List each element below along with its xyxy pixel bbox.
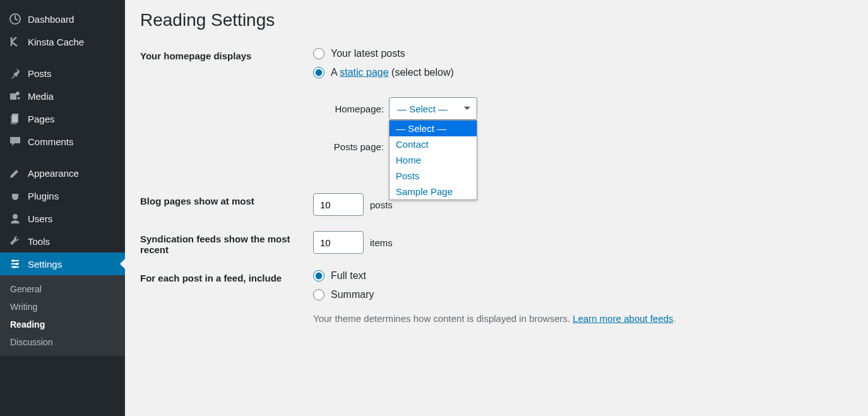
media-icon (9, 90, 21, 102)
dropdown-option-home[interactable]: Home (389, 152, 477, 168)
sidebar-item-label: Pages (28, 114, 55, 124)
submenu-item-discussion[interactable]: Discussion (0, 333, 125, 351)
sidebar-item-label: Posts (28, 68, 52, 79)
sidebar-item-pages[interactable]: Pages (0, 107, 125, 130)
static-page-link[interactable]: static page (340, 67, 388, 78)
option-latest-posts[interactable]: Your latest posts (313, 48, 853, 59)
main-content: Reading Settings Your homepage displays … (125, 0, 868, 416)
feed-description: Your theme determines how content is dis… (313, 313, 853, 324)
svg-point-8 (13, 266, 16, 268)
homepage-displays-label: Your homepage displays (140, 48, 313, 61)
svg-point-5 (13, 214, 18, 219)
homepage-select-value: — Select — (397, 104, 448, 114)
tools-icon (9, 235, 21, 247)
dropdown-option-contact[interactable]: Contact (389, 136, 477, 152)
comments-icon (9, 135, 21, 148)
sidebar-item-comments[interactable]: Comments (0, 130, 125, 153)
static-page-radio[interactable] (313, 67, 324, 78)
pin-icon (9, 67, 21, 80)
full-text-text: Full text (331, 270, 366, 282)
sidebar-item-posts[interactable]: Posts (0, 62, 125, 85)
page-title: Reading Settings (140, 10, 853, 30)
svg-rect-4 (11, 116, 17, 124)
sidebar-item-label: Appearance (28, 168, 79, 179)
sidebar-item-users[interactable]: Users (0, 207, 125, 230)
homepage-dropdown: — Select — Contact Home Posts Sample Pag… (389, 120, 477, 200)
svg-point-7 (16, 263, 18, 265)
settings-icon (9, 258, 21, 270)
latest-posts-text: Your latest posts (331, 48, 405, 59)
submenu-item-general[interactable]: General (0, 280, 125, 298)
summary-text: Summary (331, 289, 374, 300)
admin-sidebar: Dashboard Kinsta Cache Posts Media Pages… (0, 0, 125, 416)
submenu-item-writing[interactable]: Writing (0, 298, 125, 316)
learn-more-link[interactable]: Learn more about feeds (573, 313, 673, 324)
dropdown-option-select[interactable]: — Select — (389, 121, 477, 136)
feed-content-label: For each post in a feed, include (140, 270, 313, 283)
desc-pre: Your theme determines how content is dis… (313, 313, 573, 324)
sidebar-item-kinsta[interactable]: Kinsta Cache (0, 30, 125, 53)
option-summary[interactable]: Summary (313, 289, 853, 300)
settings-submenu: General Writing Reading Discussion (0, 275, 125, 356)
sidebar-item-tools[interactable]: Tools (0, 230, 125, 253)
option-static-page[interactable]: A static page (select below) (313, 67, 853, 78)
sidebar-item-label: Users (28, 213, 52, 224)
sidebar-item-label: Settings (28, 259, 62, 270)
sidebar-item-label: Plugins (28, 191, 59, 201)
svg-point-2 (16, 92, 20, 95)
svg-point-6 (12, 259, 15, 262)
users-icon (9, 212, 21, 225)
static-pre: A (331, 67, 340, 78)
homepage-select-label: Homepage: (326, 104, 384, 114)
dashboard-icon (9, 13, 21, 25)
sidebar-item-label: Media (28, 91, 54, 102)
static-post: (select below) (389, 67, 454, 78)
sidebar-item-appearance[interactable]: Appearance (0, 162, 125, 184)
full-text-radio[interactable] (313, 270, 324, 282)
syndication-label: Syndication feeds show the most recent (140, 231, 313, 255)
blog-pages-input[interactable] (313, 193, 364, 216)
option-full-text[interactable]: Full text (313, 270, 853, 282)
sidebar-item-plugins[interactable]: Plugins (0, 184, 125, 207)
homepage-select[interactable]: — Select — (389, 97, 477, 120)
sidebar-item-label: Dashboard (28, 14, 74, 25)
appearance-icon (9, 167, 21, 179)
sidebar-item-settings[interactable]: Settings (0, 253, 125, 275)
latest-posts-radio[interactable] (313, 48, 324, 59)
dropdown-option-sample[interactable]: Sample Page (389, 184, 477, 199)
sidebar-item-media[interactable]: Media (0, 85, 125, 107)
posts-page-select-label: Posts page: (326, 141, 384, 152)
blog-pages-unit: posts (370, 199, 393, 210)
sidebar-item-label: Tools (28, 236, 50, 247)
submenu-item-reading[interactable]: Reading (0, 316, 125, 333)
sidebar-item-label: Kinsta Cache (28, 37, 84, 47)
svg-rect-1 (10, 93, 16, 100)
sidebar-item-dashboard[interactable]: Dashboard (0, 8, 125, 30)
summary-radio[interactable] (313, 289, 324, 300)
plugins-icon (9, 189, 21, 202)
blog-pages-label: Blog pages show at most (140, 193, 313, 206)
pages-icon (9, 112, 21, 125)
sidebar-item-label: Comments (28, 136, 74, 147)
syndication-unit: items (370, 237, 393, 248)
syndication-input[interactable] (313, 231, 364, 254)
dropdown-option-posts[interactable]: Posts (389, 168, 477, 184)
kinsta-icon (9, 35, 21, 48)
